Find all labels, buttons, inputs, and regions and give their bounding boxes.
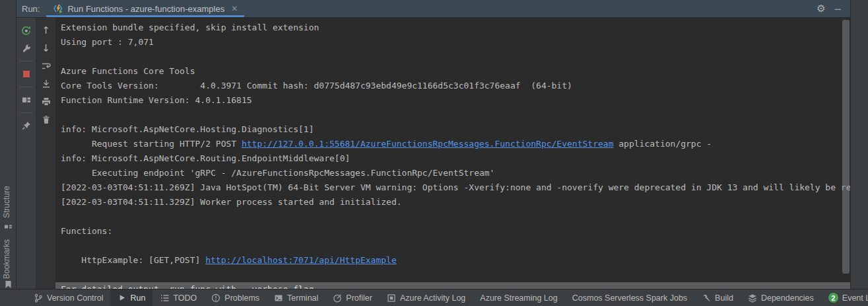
console-text: Function Runtime Version: 4.0.1.16815 — [61, 95, 252, 105]
terminal-icon — [274, 293, 283, 303]
statusbar-item-dependencies[interactable]: Dependencies — [741, 289, 821, 306]
console-text: Using port : 7,071 — [61, 37, 154, 47]
scroll-up-icon[interactable]: ↑ — [39, 23, 53, 38]
clear-all-icon[interactable] — [39, 112, 53, 127]
console-text: info: Microsoft.AspNetCore.Hosting.Diagn… — [61, 124, 314, 134]
play-icon — [117, 293, 126, 302]
soft-wrap-icon[interactable] — [39, 59, 53, 73]
structure-icon[interactable] — [4, 221, 13, 229]
sidebar-item-bookmarks[interactable]: Bookmarks — [2, 239, 11, 279]
console-line — [55, 108, 850, 122]
console-line — [55, 239, 850, 253]
console-text: Request starting HTTP/2 POST — [61, 139, 242, 149]
scroll-down-icon[interactable]: ↓ — [39, 41, 53, 56]
statusbar-item-azure-streaming-log[interactable]: Azure Streaming Log — [473, 289, 564, 306]
console-line: Function Runtime Version: 4.0.1.16815 — [55, 93, 850, 108]
status-bar: Version ControlRunTODOProblemsTerminalPr… — [0, 289, 868, 306]
console-text: info: Microsoft.AspNetCore.Routing.Endpo… — [61, 153, 350, 163]
statusbar-item-label: Cosmos Serverless Spark Jobs — [572, 293, 687, 303]
console-line: Executing endpoint 'gRPC - /AzureFunctio… — [55, 166, 850, 180]
build-icon — [702, 293, 711, 303]
console-toolbar: ↑ ↓ — [36, 18, 55, 289]
statusbar-item-label: Version Control — [47, 293, 103, 303]
event-log-badge-icon: 2 — [828, 293, 838, 303]
tool-window-header: Run: Run Functions - azure-function-exam… — [17, 0, 850, 18]
restore-layout-icon[interactable] — [19, 93, 34, 107]
console-line: info: Microsoft.AspNetCore.Routing.Endpo… — [55, 151, 850, 166]
pin-icon[interactable] — [19, 118, 34, 133]
console-line: Using port : 7,071 — [55, 35, 850, 50]
console-lines: Extension bundle specified, skip install… — [55, 18, 850, 282]
console-output[interactable]: Extension bundle specified, skip install… — [55, 18, 850, 289]
todo-icon — [160, 293, 169, 303]
console-line — [55, 50, 850, 64]
run-tool-window: Run: Run Functions - azure-function-exam… — [0, 0, 868, 306]
console-link[interactable]: http://localhost:7071/api/HttpExample — [205, 255, 397, 265]
statusbar-item-label: Azure Activity Log — [400, 293, 465, 303]
version-control-icon — [34, 293, 43, 303]
tool-window-title: Run: — [17, 0, 46, 17]
console-text: Core Tools Version: 4.0.3971 Commit hash… — [61, 81, 572, 91]
run-config-tab-label: Run Functions - azure-function-examples — [67, 4, 224, 14]
statusbar-item-label: Dependencies — [761, 293, 814, 303]
statusbar-item-problems[interactable]: Problems — [204, 289, 267, 306]
close-icon[interactable]: ✕ — [228, 4, 238, 13]
statusbar-right: 2Event Log — [821, 289, 868, 306]
statusbar-item-profiler[interactable]: Profiler — [325, 289, 380, 306]
statusbar-item-label: Azure Streaming Log — [480, 293, 557, 303]
console-text: Azure Functions Core Tools — [61, 66, 195, 76]
statusbar-item-run[interactable]: Run — [110, 289, 152, 306]
toolbar-separator — [20, 87, 33, 87]
console-text: Functions: — [61, 226, 112, 236]
statusbar-left: Version ControlRunTODOProblemsTerminalPr… — [26, 289, 821, 306]
statusbar-item-build[interactable]: Build — [694, 289, 741, 306]
gear-icon[interactable]: ⚙ — [817, 3, 825, 15]
statusbar-item-label: Problems — [224, 293, 259, 303]
vertical-scrollbar[interactable] — [842, 20, 850, 274]
print-icon[interactable] — [39, 95, 53, 109]
statusbar-item-label: Profiler — [346, 293, 372, 303]
console-line: Core Tools Version: 4.0.3971 Commit hash… — [55, 79, 850, 93]
console-text: application/grpc - — [613, 139, 712, 149]
statusbar-item-terminal[interactable]: Terminal — [267, 289, 325, 306]
console-line: HttpExample: [GET,POST] http://localhost… — [55, 253, 850, 268]
sidebar-item-structure[interactable]: Structure — [2, 186, 11, 218]
statusbar-item-azure-activity-log[interactable]: Azure Activity Log — [380, 289, 473, 306]
statusbar-item-todo[interactable]: TODO — [152, 289, 204, 306]
console-text: HttpExample: [GET,POST] — [61, 255, 205, 265]
console-text: [2022-03-03T04:51:11.329Z] Worker proces… — [61, 197, 402, 207]
run-config-tab[interactable]: Run Functions - azure-function-examples … — [46, 0, 244, 17]
left-tool-stripe: Structure Bookmarks — [0, 0, 17, 289]
console-line — [55, 268, 850, 282]
azure-activity-log-icon — [387, 293, 396, 303]
statusbar-item-cosmos-serverless-spark-jobs[interactable]: Cosmos Serverless Spark Jobs — [565, 289, 694, 306]
problems-icon — [211, 293, 220, 303]
right-tool-stripe — [850, 0, 868, 289]
scroll-to-end-icon[interactable] — [39, 77, 53, 91]
statusbar-item-version-control[interactable]: Version Control — [26, 289, 110, 306]
console-line: [2022-03-03T04:51:11.329Z] Worker proces… — [55, 195, 850, 210]
console-line: Request starting HTTP/2 POST http://127.… — [55, 137, 850, 151]
console-status-line: For detailed output, run func with --ver… — [55, 282, 850, 289]
console-line: Azure Functions Core Tools — [55, 64, 850, 79]
statusbar-item-label: Event Log — [842, 293, 868, 303]
bookmarks-icon[interactable] — [4, 280, 13, 289]
wrench-icon[interactable] — [19, 41, 34, 56]
console-line: [2022-03-03T04:51:11.269Z] Java HotSpot(… — [55, 180, 850, 195]
minimize-icon[interactable]: ─ — [835, 4, 841, 14]
statusbar-item-label: Terminal — [287, 293, 318, 303]
console-line: info: Microsoft.AspNetCore.Hosting.Diagn… — [55, 122, 850, 137]
console-line: Functions: — [55, 224, 850, 239]
statusbar-item-event-log[interactable]: 2Event Log — [821, 289, 868, 306]
console-line — [55, 210, 850, 224]
console-link[interactable]: http://127.0.0.1:55681/AzureFunctionsRpc… — [242, 139, 614, 149]
stop-icon[interactable] — [19, 67, 34, 81]
rerun-icon[interactable] — [19, 23, 34, 38]
console-text: Executing endpoint 'gRPC - /AzureFunctio… — [61, 168, 494, 178]
dependencies-icon — [748, 293, 757, 303]
profiler-icon — [333, 293, 342, 303]
azure-functions-icon — [53, 3, 63, 14]
statusbar-item-label: Run — [130, 293, 145, 303]
console-text: Extension bundle specified, skip install… — [61, 22, 319, 32]
run-controls-toolbar — [17, 18, 36, 289]
